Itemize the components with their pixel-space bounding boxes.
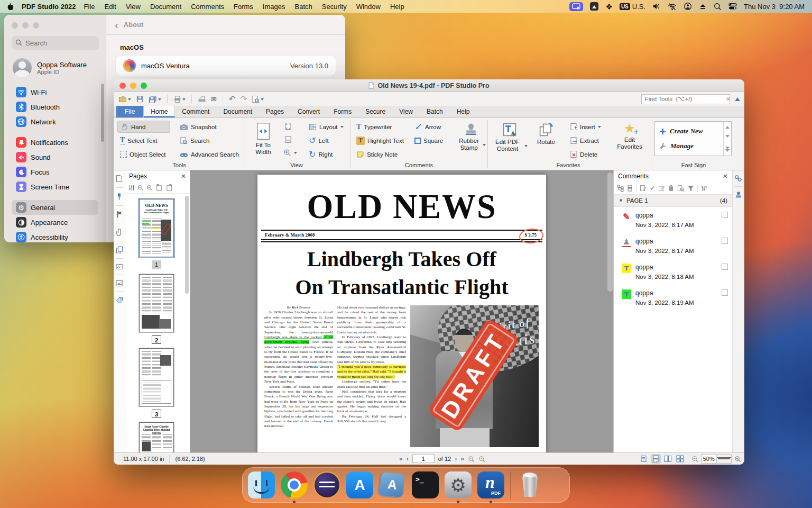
ribbon-tab[interactable]: View bbox=[392, 106, 420, 117]
attachments-panel-icon[interactable] bbox=[116, 228, 122, 236]
rubber-stamp-button[interactable]: Rubber Stamp bbox=[456, 119, 486, 151]
control-center-icon[interactable] bbox=[728, 3, 737, 10]
zoom-out-thumbnails-icon[interactable] bbox=[137, 185, 144, 191]
destinations-panel-icon[interactable] bbox=[116, 246, 123, 253]
sidebar-scrollbar[interactable] bbox=[101, 84, 104, 142]
sidebar-item-accessibility[interactable]: Accessibility bbox=[12, 230, 98, 242]
actual-size-icon[interactable]: 1:1 bbox=[282, 133, 294, 146]
comment-item[interactable]: qoppa Nov 3, 2022, 8:17 AM bbox=[614, 207, 732, 233]
sidebar-item-sound[interactable]: Sound bbox=[12, 150, 98, 165]
save-button[interactable] bbox=[135, 95, 144, 104]
scan-button[interactable] bbox=[197, 95, 207, 103]
email-button[interactable]: ✉ bbox=[210, 95, 217, 104]
sidebar-item-bluetooth[interactable]: Bluetooth bbox=[12, 99, 98, 114]
comment-checkbox[interactable] bbox=[722, 264, 728, 270]
page-number-1[interactable]: 1 bbox=[152, 260, 161, 269]
facing-layout-icon[interactable] bbox=[663, 454, 673, 464]
document-area[interactable]: OLD NEWS February & March 2008 $ 3.75 Li… bbox=[190, 170, 613, 452]
sidebar-item-notifications[interactable]: Notifications bbox=[12, 135, 98, 150]
extract-pages-button[interactable]: Extract bbox=[567, 134, 602, 147]
menu-bar-clock[interactable]: Thu Nov 3 9:20 AM bbox=[744, 3, 805, 11]
collapse-ribbon-icon[interactable] bbox=[735, 95, 740, 101]
zoom-in-thumbnails-icon[interactable] bbox=[146, 185, 153, 191]
page-thumbnail-2[interactable] bbox=[139, 274, 174, 332]
page-thumbnail-3[interactable] bbox=[139, 348, 174, 406]
dropbox-icon[interactable]: ❖ bbox=[605, 3, 612, 11]
ribbon-tab[interactable]: Pages bbox=[259, 106, 291, 117]
rotate-page-cw-icon[interactable] bbox=[165, 184, 173, 191]
facing-continuous-layout-icon[interactable] bbox=[675, 454, 685, 464]
export-image-panel-icon[interactable] bbox=[116, 280, 123, 287]
save-all-button[interactable] bbox=[148, 95, 162, 104]
spotlight-icon[interactable] bbox=[714, 3, 722, 11]
comment-checkbox[interactable] bbox=[722, 289, 728, 296]
close-button[interactable] bbox=[119, 83, 126, 89]
apple-menu-icon[interactable] bbox=[7, 3, 14, 11]
search-comments-icon[interactable] bbox=[677, 185, 684, 192]
pdf-title-bar[interactable]: Old News 19-4.pdf - PDF Studio Pro bbox=[114, 79, 744, 92]
sidebar-item-network[interactable]: Network bbox=[12, 114, 98, 129]
menu-item[interactable]: Security bbox=[322, 3, 347, 11]
back-chevron-icon[interactable]: ‹ bbox=[115, 20, 118, 30]
rotate-left-button[interactable]: ↺Left bbox=[306, 134, 331, 147]
single-page-layout-icon[interactable] bbox=[639, 454, 649, 464]
ribbon-tab[interactable]: Home bbox=[143, 106, 175, 117]
apple-id-row[interactable]: Qoppa Software Apple ID bbox=[13, 58, 98, 77]
comment-item[interactable]: qoppa Nov 3, 2022, 8:19 AM bbox=[614, 285, 732, 311]
select-text-button[interactable]: TSelect Text bbox=[117, 134, 160, 147]
print-button[interactable] bbox=[173, 95, 186, 104]
menu-item[interactable]: Window bbox=[356, 3, 381, 11]
dock-eclipse-icon[interactable] bbox=[313, 471, 340, 498]
create-new-signature-button[interactable]: Create New bbox=[659, 127, 719, 135]
zoom-tool-icon[interactable] bbox=[281, 147, 300, 159]
sidebar-item-appearance[interactable]: Appearance bbox=[12, 215, 98, 230]
fit-page-icon[interactable] bbox=[282, 120, 294, 132]
page-thumbnail-4[interactable]: Stage Actor Charlie Chaplin Tries Making… bbox=[139, 422, 174, 452]
sidebar-item-focus[interactable]: Focus bbox=[12, 165, 98, 179]
page-number-3[interactable]: 3 bbox=[152, 410, 161, 418]
comment-item[interactable]: qoppa Nov 3, 2022, 8:18 AM bbox=[614, 259, 732, 285]
search-button[interactable]: Search bbox=[177, 134, 212, 147]
last-page-button[interactable]: » bbox=[460, 455, 464, 462]
open-button[interactable] bbox=[118, 95, 132, 103]
edit-favorites-button[interactable]: ★+ Edit Favorites bbox=[613, 119, 646, 150]
redo-button[interactable]: ↷ bbox=[239, 94, 247, 104]
filter-comments-icon[interactable] bbox=[687, 185, 694, 192]
sidebar-item-wifi[interactable]: Wi-Fi bbox=[12, 85, 98, 99]
current-page-input[interactable] bbox=[412, 455, 435, 463]
input-source-menu[interactable]: US U.S. bbox=[620, 3, 645, 11]
next-page-button[interactable]: › bbox=[455, 455, 457, 462]
ribbon-tab[interactable]: Forms bbox=[327, 106, 358, 117]
linked-comments-panel-icon[interactable] bbox=[734, 175, 742, 182]
object-select-button[interactable]: Object Select bbox=[117, 148, 168, 160]
signature-pad-panel-icon[interactable] bbox=[116, 264, 123, 270]
screen-sharing-indicator-icon[interactable] bbox=[569, 2, 583, 11]
manage-signatures-button[interactable]: Manage bbox=[659, 142, 719, 150]
comment-checkbox[interactable] bbox=[722, 212, 728, 218]
undo-button[interactable]: ↶ bbox=[228, 94, 236, 104]
menu-item[interactable]: View bbox=[126, 3, 141, 11]
pages-scrollbar[interactable] bbox=[185, 196, 189, 294]
advanced-search-button[interactable]: Advanced Search bbox=[177, 148, 242, 160]
ribbon-tab[interactable]: File bbox=[116, 106, 143, 117]
ribbon-tab[interactable]: Help bbox=[450, 106, 477, 117]
bookmarks-panel-icon[interactable] bbox=[116, 211, 123, 218]
edit-comment-icon[interactable] bbox=[658, 185, 665, 192]
square-tool-button[interactable]: Square bbox=[412, 134, 446, 147]
thumbnail-options-icon[interactable] bbox=[128, 185, 135, 191]
clear-find-icon[interactable]: ✕ bbox=[726, 96, 731, 103]
comment-item[interactable]: qoppa Nov 3, 2022, 8:17 AM bbox=[614, 233, 732, 259]
sticky-note-button[interactable]: Sticky Note bbox=[354, 148, 400, 160]
menu-item[interactable]: File bbox=[84, 3, 95, 11]
continuous-layout-icon[interactable] bbox=[651, 454, 661, 464]
layout-button[interactable]: Layout bbox=[306, 121, 346, 133]
close-pages-panel-icon[interactable]: ✕ bbox=[181, 173, 186, 180]
ribbon-tab[interactable]: Batch bbox=[420, 106, 450, 117]
hand-tool-button[interactable]: Hand bbox=[117, 121, 170, 133]
zoom-button[interactable] bbox=[141, 83, 147, 89]
delete-comment-icon[interactable] bbox=[668, 185, 674, 192]
comments-options-icon[interactable] bbox=[701, 185, 707, 192]
search-input[interactable] bbox=[12, 36, 99, 50]
first-page-button[interactable]: « bbox=[399, 455, 403, 462]
sidebar-item-screen-time[interactable]: Screen Time bbox=[12, 179, 98, 194]
